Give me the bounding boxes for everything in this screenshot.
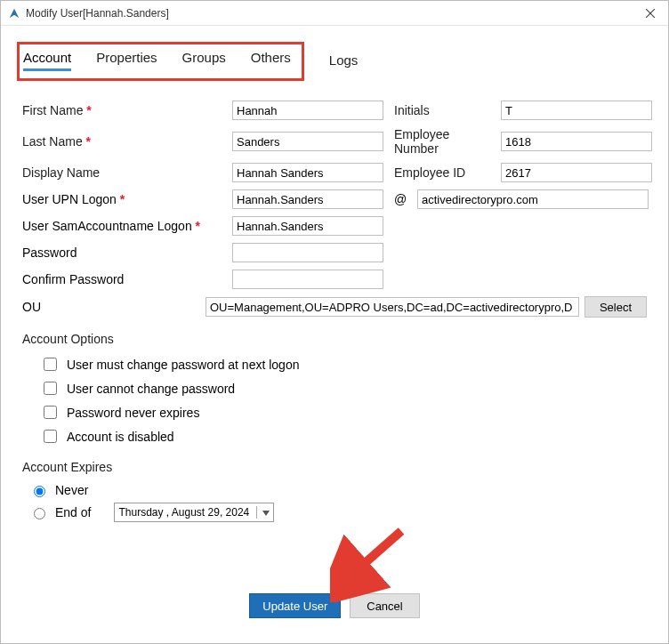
- tab-others[interactable]: Others: [251, 50, 291, 71]
- label-display-name: Display Name: [22, 165, 227, 180]
- titlebar: Modify User[Hannah.Sanders]: [1, 1, 668, 26]
- password-field[interactable]: [232, 243, 383, 262]
- checkbox-disabled[interactable]: [44, 430, 57, 443]
- employee-id-field[interactable]: [501, 163, 652, 182]
- label-last-name: Last Name: [22, 134, 227, 149]
- form-content: First Name Initials Last Name Employee N…: [1, 88, 668, 627]
- modify-user-window: Modify User[Hannah.Sanders] Account Prop…: [0, 0, 669, 644]
- at-symbol: @: [389, 192, 412, 206]
- label-initials: Initials: [389, 103, 496, 117]
- label-must-change: User must change password at next logon: [67, 358, 299, 372]
- svg-marker-0: [10, 8, 20, 18]
- label-ou: OU: [22, 300, 200, 314]
- svg-marker-3: [262, 511, 270, 516]
- checkbox-never-expires[interactable]: [44, 406, 57, 419]
- first-name-field[interactable]: [232, 101, 383, 120]
- tab-bar: Account Properties Groups Others Logs: [1, 26, 668, 88]
- label-never: Never: [55, 483, 88, 497]
- checkbox-must-change[interactable]: [44, 358, 57, 371]
- label-employee-number: Employee Number: [389, 127, 496, 156]
- label-employee-id: Employee ID: [389, 165, 496, 180]
- dialog-footer: Update User Cancel: [22, 593, 647, 618]
- tab-properties[interactable]: Properties: [96, 50, 157, 71]
- window-title: Modify User[Hannah.Sanders]: [26, 7, 169, 20]
- tab-account[interactable]: Account: [23, 50, 71, 71]
- expire-date-picker[interactable]: Thursday , August 29, 2024: [114, 503, 274, 522]
- section-account-expires: Account Expires: [22, 460, 647, 474]
- ou-field[interactable]: [206, 297, 579, 317]
- cancel-button[interactable]: Cancel: [350, 593, 419, 618]
- radio-never[interactable]: [34, 486, 45, 497]
- label-sam: User SamAccountname Logon: [22, 219, 227, 233]
- last-name-field[interactable]: [232, 132, 383, 151]
- label-confirm-password: Confirm Password: [22, 272, 227, 286]
- close-icon: [646, 9, 655, 18]
- employee-number-field[interactable]: [501, 132, 652, 151]
- radio-end-of[interactable]: [34, 508, 45, 519]
- label-disabled: Account is disabled: [67, 430, 174, 444]
- sam-field[interactable]: [232, 216, 383, 236]
- checkbox-cannot-change[interactable]: [44, 382, 57, 395]
- display-name-field[interactable]: [232, 163, 383, 182]
- label-cannot-change: User cannot change password: [67, 382, 235, 396]
- label-never-expires: Password never expires: [67, 406, 199, 420]
- label-upn: User UPN Logon: [22, 192, 227, 206]
- upn-domain-field[interactable]: [417, 189, 649, 209]
- label-first-name: First Name: [22, 103, 227, 117]
- section-account-options: Account Options: [22, 332, 647, 346]
- app-icon: [8, 7, 20, 20]
- select-ou-button[interactable]: Select: [584, 296, 647, 318]
- tab-logs[interactable]: Logs: [329, 52, 359, 71]
- label-password: Password: [22, 246, 227, 260]
- update-user-button[interactable]: Update User: [249, 593, 341, 618]
- label-end-of: End of: [55, 505, 91, 519]
- annotation-highlight: Account Properties Groups Others: [17, 42, 304, 81]
- confirm-password-field[interactable]: [232, 270, 383, 289]
- initials-field[interactable]: [501, 101, 652, 120]
- expire-date-value: Thursday , August 29, 2024: [118, 506, 249, 519]
- chevron-down-icon: [256, 506, 270, 519]
- upn-field[interactable]: [232, 189, 383, 209]
- close-button[interactable]: [640, 4, 661, 22]
- tab-groups[interactable]: Groups: [182, 50, 226, 71]
